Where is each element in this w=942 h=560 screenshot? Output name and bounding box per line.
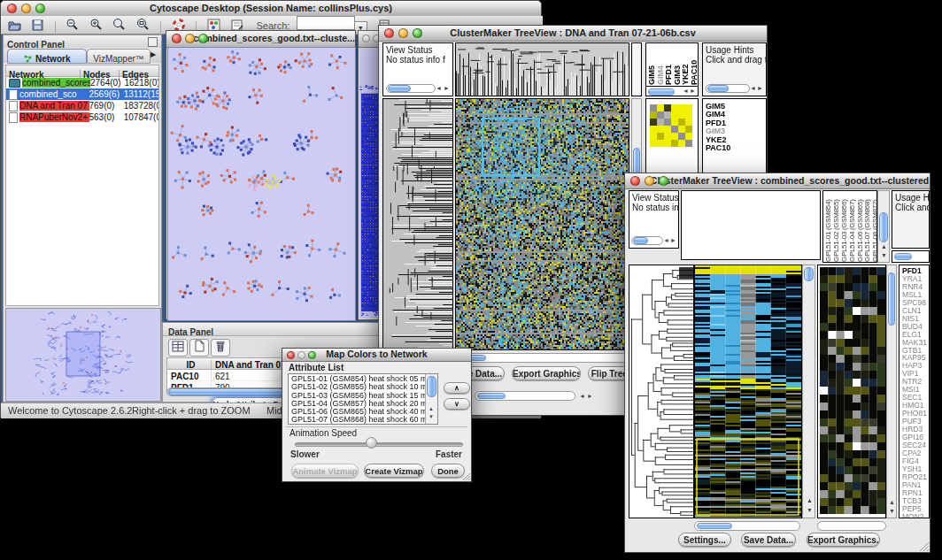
search-input[interactable] bbox=[297, 16, 355, 30]
tv1-hscrollbar[interactable] bbox=[457, 353, 628, 363]
scroll-thumb[interactable] bbox=[697, 523, 732, 529]
zoom-out-icon[interactable] bbox=[63, 17, 82, 34]
tv2-heat-canvas[interactable] bbox=[695, 265, 801, 518]
float-panel-icon[interactable] bbox=[148, 37, 158, 47]
move-down-button[interactable]: ∨ bbox=[444, 398, 470, 410]
treeview1-titlebar[interactable]: ClusterMaker TreeView : DNA and Tran 07-… bbox=[379, 26, 767, 42]
tv1-coldendro-canvas[interactable] bbox=[456, 43, 629, 96]
tv2-button[interactable]: Save Data... bbox=[741, 533, 796, 547]
scroll-right-icon[interactable]: ► bbox=[587, 392, 593, 401]
attribute-grid-icon[interactable] bbox=[168, 339, 188, 357]
network-view-titlebar[interactable]: combined_scores_good.txt--cluste... bbox=[166, 31, 355, 48]
close-icon[interactable] bbox=[172, 34, 181, 43]
scroll-down-icon[interactable]: ▼ bbox=[881, 251, 887, 260]
tv2-row-dendrogram[interactable] bbox=[629, 265, 694, 518]
tv1-button[interactable]: Export Graphics... bbox=[512, 366, 581, 380]
animation-slider-track[interactable] bbox=[295, 442, 463, 447]
scroll-thumb[interactable] bbox=[477, 393, 506, 399]
tv2-column-dendrogram[interactable] bbox=[681, 190, 821, 260]
tv2-button[interactable]: Export Graphics... bbox=[807, 533, 880, 547]
move-up-button[interactable]: ∧ bbox=[444, 382, 470, 394]
tv2-zoom-heatmap[interactable] bbox=[817, 265, 886, 518]
scroll-thumb[interactable] bbox=[804, 267, 814, 281]
scroll-left-icon[interactable]: ◄ bbox=[663, 236, 669, 245]
tv2-labels-vscrollbar[interactable]: ▲ ▼ bbox=[877, 190, 890, 263]
minimize-icon[interactable] bbox=[21, 4, 31, 13]
tv2-status-scrollbar[interactable] bbox=[631, 236, 663, 245]
zoom-actual-icon[interactable] bbox=[110, 17, 129, 34]
overview-canvas[interactable] bbox=[6, 309, 160, 401]
tv2-heatmap[interactable] bbox=[694, 265, 802, 518]
open-session-icon[interactable] bbox=[4, 18, 24, 35]
scroll-left-icon[interactable]: ◄ bbox=[436, 84, 442, 93]
zoom-window-icon[interactable] bbox=[308, 351, 316, 359]
minimize-icon[interactable] bbox=[645, 176, 654, 186]
tv1-heat-canvas[interactable] bbox=[456, 99, 629, 349]
tv2-hscrollbar-left[interactable] bbox=[694, 521, 800, 531]
tv2-heat-vscrollbar[interactable]: ▲ ▼ bbox=[802, 265, 815, 518]
attribute-item[interactable]: GPL51-07 (GSM868) heat shock 60 min bbox=[289, 416, 425, 424]
scroll-thumb[interactable] bbox=[707, 85, 729, 92]
delete-attribute-icon[interactable] bbox=[211, 339, 230, 357]
network-row[interactable]: combined_sco2569(6)13112(15) bbox=[6, 88, 158, 100]
tv1-hints-scrollbar[interactable] bbox=[706, 84, 750, 93]
minimize-icon[interactable] bbox=[398, 28, 408, 38]
tv2-zoom-canvas[interactable] bbox=[820, 267, 885, 514]
close-icon[interactable] bbox=[630, 176, 640, 186]
scroll-left-icon[interactable]: ◄ bbox=[579, 392, 585, 401]
scroll-right-icon[interactable]: ► bbox=[690, 87, 696, 96]
minimize-icon[interactable] bbox=[185, 34, 195, 43]
save-session-icon[interactable] bbox=[27, 18, 47, 35]
close-icon[interactable] bbox=[287, 351, 295, 359]
tv2-rowdendro-canvas[interactable] bbox=[629, 265, 693, 518]
scroll-thumb[interactable] bbox=[888, 272, 895, 326]
scroll-thumb[interactable] bbox=[388, 85, 411, 92]
tv1-heatmap[interactable] bbox=[455, 98, 629, 350]
network-row[interactable]: combined_scores2764(0)16218(0) bbox=[6, 77, 158, 88]
animate-vizmap-button[interactable]: Animate Vizmap bbox=[291, 464, 359, 478]
scroll-right-icon[interactable]: ► bbox=[444, 84, 450, 93]
tv1-rowdendro-canvas[interactable] bbox=[383, 99, 452, 349]
scroll-left-icon[interactable]: ◄ bbox=[683, 87, 689, 96]
minimize-icon[interactable] bbox=[297, 351, 305, 359]
close-icon[interactable] bbox=[384, 28, 394, 38]
scroll-right-icon[interactable]: ► bbox=[670, 236, 676, 245]
scroll-up-icon[interactable]: ▲ bbox=[807, 496, 813, 505]
zoom-window-icon[interactable] bbox=[413, 28, 422, 38]
scroll-down-icon[interactable]: ▼ bbox=[807, 506, 813, 515]
tv1-bottom-scrollbar[interactable] bbox=[475, 391, 575, 401]
animation-slider-thumb[interactable] bbox=[366, 437, 377, 449]
zoom-window-icon[interactable] bbox=[35, 4, 45, 13]
tv1-column-dendrogram[interactable] bbox=[455, 42, 629, 96]
dialog-titlebar[interactable]: Map Colors to Network bbox=[282, 349, 471, 362]
scroll-thumb[interactable] bbox=[633, 237, 648, 244]
scroll-down-icon[interactable]: ▼ bbox=[889, 507, 895, 516]
scroll-down-icon[interactable]: ▼ bbox=[429, 412, 434, 421]
tv1-mini-heatmap[interactable] bbox=[650, 104, 692, 147]
scroll-up-icon[interactable]: ▲ bbox=[889, 498, 895, 507]
new-attribute-icon[interactable] bbox=[189, 339, 209, 357]
zoom-window-icon[interactable] bbox=[198, 34, 208, 43]
cytoscape-titlebar[interactable]: Cytoscape Desktop (Session Name: collins… bbox=[1, 1, 541, 17]
network-canvas[interactable] bbox=[167, 47, 356, 321]
scroll-thumb[interactable] bbox=[648, 88, 675, 96]
zoom-fit-selected-icon[interactable] bbox=[134, 17, 153, 34]
zoom-window-icon[interactable] bbox=[659, 176, 668, 186]
scroll-right-icon[interactable]: ► bbox=[757, 84, 763, 93]
tab-vizmapper[interactable]: VizMapper™ bbox=[87, 49, 151, 64]
tv1-status-scrollbar[interactable] bbox=[386, 84, 436, 93]
zoom-in-icon[interactable] bbox=[87, 17, 106, 34]
scroll-up-icon[interactable]: ▲ bbox=[881, 242, 887, 251]
tab-overflow-button[interactable]: ▶ bbox=[151, 50, 156, 58]
tv2-button[interactable]: Settings... bbox=[678, 533, 731, 547]
tv2-hscrollbar-right[interactable] bbox=[817, 521, 886, 531]
scroll-thumb[interactable] bbox=[879, 212, 888, 242]
scroll-thumb[interactable] bbox=[427, 376, 436, 397]
create-vizmap-button[interactable]: Create Vizmap bbox=[364, 464, 424, 478]
network-row[interactable]: RNAPuberNov2+563(0)107847(0) bbox=[6, 111, 158, 123]
done-button[interactable]: Done bbox=[431, 464, 465, 478]
scroll-left-icon[interactable]: ◄ bbox=[750, 84, 756, 93]
tv2-zoom-vscrollbar[interactable]: ▲ ▼ bbox=[886, 265, 897, 518]
tab-network[interactable]: Network bbox=[7, 49, 87, 64]
treeview2-titlebar[interactable]: ClusterMaker TreeView : combined_scores_… bbox=[625, 173, 930, 189]
